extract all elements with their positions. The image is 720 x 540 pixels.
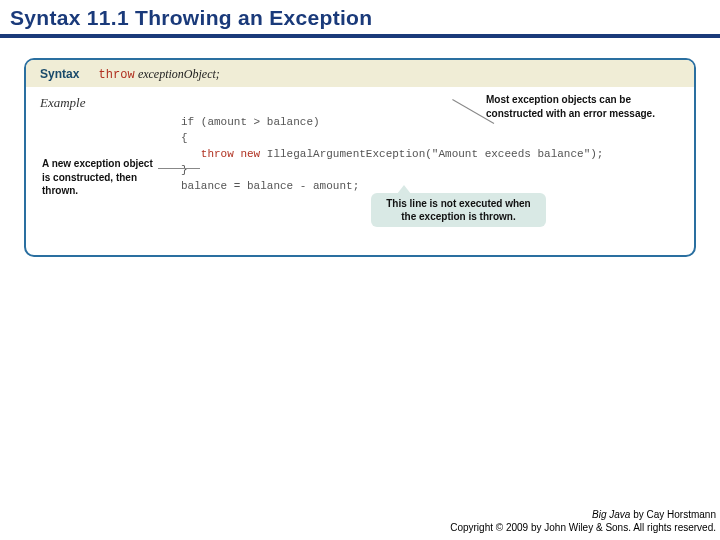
footer: Big Java by Cay Horstmann Copyright © 20… xyxy=(450,508,716,534)
code-line-2: { xyxy=(181,132,188,144)
annotation-left-line xyxy=(158,168,200,169)
syntax-semicolon: ; xyxy=(216,67,220,81)
annotation-left: A new exception object is constructed, t… xyxy=(42,157,162,198)
title-rule xyxy=(0,34,720,38)
syntax-header: Syntax throw exceptionObject; xyxy=(26,60,694,87)
annotation-bubble: This line is not executed when the excep… xyxy=(371,193,546,227)
footer-line-1: Big Java by Cay Horstmann xyxy=(450,508,716,521)
syntax-keyword: throw xyxy=(99,68,135,82)
footer-author: by Cay Horstmann xyxy=(630,509,716,520)
code-line-3-rest: IllegalArgumentException("Amount exceeds… xyxy=(260,148,603,160)
syntax-object: exceptionObject xyxy=(138,67,216,81)
slide-title: Syntax 11.1 Throwing an Exception xyxy=(0,0,720,34)
syntax-label: Syntax xyxy=(40,67,79,81)
code-line-1: if (amount > balance) xyxy=(181,116,320,128)
syntax-panel: Syntax throw exceptionObject; Example if… xyxy=(24,58,696,257)
code-throw-new: throw new xyxy=(181,148,260,160)
code-block: if (amount > balance) { throw new Illega… xyxy=(181,115,603,195)
footer-book-title: Big Java xyxy=(592,509,630,520)
footer-line-2: Copyright © 2009 by John Wiley & Sons. A… xyxy=(450,521,716,534)
code-line-4: } xyxy=(181,164,188,176)
code-line-3: throw new IllegalArgumentException("Amou… xyxy=(181,148,603,160)
annotation-top: Most exception objects can be constructe… xyxy=(486,93,676,120)
code-line-5: balance = balance - amount; xyxy=(181,180,359,192)
panel-body: Example if (amount > balance) { throw ne… xyxy=(26,87,694,255)
